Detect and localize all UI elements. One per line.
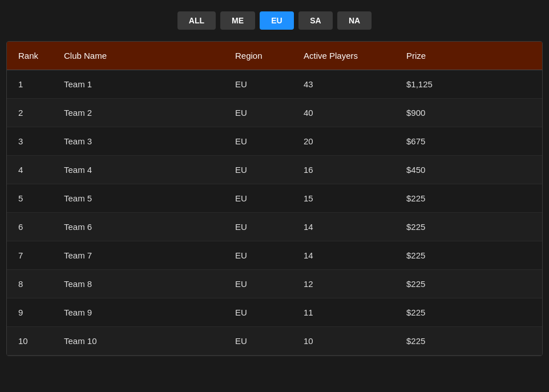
cell-rank: 4 — [7, 156, 53, 184]
table-row: 4Team 4EU16$450 — [7, 156, 542, 184]
cell-rank: 1 — [7, 70, 53, 99]
filter-btn-sa[interactable]: SA — [298, 11, 333, 30]
cell-club_name: Team 1 — [53, 70, 224, 99]
cell-rank: 6 — [7, 213, 53, 241]
cell-active_players: 11 — [292, 298, 395, 327]
cell-prize: $900 — [395, 99, 542, 127]
header-active-players: Active Players — [292, 42, 395, 70]
header-club-name: Club Name — [53, 42, 224, 70]
cell-prize: $225 — [395, 241, 542, 270]
cell-active_players: 15 — [292, 184, 395, 213]
cell-rank: 3 — [7, 127, 53, 156]
table-header-row: Rank Club Name Region Active Players Pri… — [7, 42, 542, 70]
cell-club_name: Team 5 — [53, 184, 224, 213]
cell-rank: 8 — [7, 270, 53, 298]
cell-active_players: 43 — [292, 70, 395, 99]
cell-active_players: 40 — [292, 99, 395, 127]
table-row: 9Team 9EU11$225 — [7, 298, 542, 327]
cell-club_name: Team 8 — [53, 270, 224, 298]
cell-rank: 10 — [7, 327, 53, 355]
table-row: 10Team 10EU10$225 — [7, 327, 542, 355]
cell-rank: 9 — [7, 298, 53, 327]
cell-region: EU — [224, 241, 292, 270]
cell-prize: $225 — [395, 270, 542, 298]
cell-prize: $675 — [395, 127, 542, 156]
table-row: 8Team 8EU12$225 — [7, 270, 542, 298]
cell-region: EU — [224, 184, 292, 213]
cell-region: EU — [224, 327, 292, 355]
cell-club_name: Team 6 — [53, 213, 224, 241]
cell-prize: $225 — [395, 213, 542, 241]
table-row: 5Team 5EU15$225 — [7, 184, 542, 213]
cell-rank: 7 — [7, 241, 53, 270]
cell-prize: $450 — [395, 156, 542, 184]
filter-bar: ALLMEEUSANA — [177, 11, 372, 30]
table-row: 3Team 3EU20$675 — [7, 127, 542, 156]
cell-club_name: Team 4 — [53, 156, 224, 184]
table-row: 1Team 1EU43$1,125 — [7, 70, 542, 99]
leaderboard-table-container: Rank Club Name Region Active Players Pri… — [6, 41, 543, 356]
filter-btn-eu[interactable]: EU — [260, 11, 294, 30]
cell-club_name: Team 7 — [53, 241, 224, 270]
filter-btn-all[interactable]: ALL — [177, 11, 216, 30]
cell-club_name: Team 10 — [53, 327, 224, 355]
cell-region: EU — [224, 270, 292, 298]
cell-region: EU — [224, 127, 292, 156]
cell-region: EU — [224, 99, 292, 127]
cell-prize: $225 — [395, 184, 542, 213]
header-rank: Rank — [7, 42, 53, 70]
cell-club_name: Team 9 — [53, 298, 224, 327]
cell-club_name: Team 2 — [53, 99, 224, 127]
cell-active_players: 12 — [292, 270, 395, 298]
leaderboard-table: Rank Club Name Region Active Players Pri… — [7, 42, 542, 355]
table-row: 6Team 6EU14$225 — [7, 213, 542, 241]
cell-rank: 2 — [7, 99, 53, 127]
table-row: 7Team 7EU14$225 — [7, 241, 542, 270]
cell-prize: $225 — [395, 327, 542, 355]
cell-prize: $1,125 — [395, 70, 542, 99]
table-row: 2Team 2EU40$900 — [7, 99, 542, 127]
cell-club_name: Team 3 — [53, 127, 224, 156]
cell-active_players: 16 — [292, 156, 395, 184]
cell-prize: $225 — [395, 298, 542, 327]
filter-btn-me[interactable]: ME — [220, 11, 255, 30]
cell-region: EU — [224, 298, 292, 327]
cell-active_players: 20 — [292, 127, 395, 156]
header-prize: Prize — [395, 42, 542, 70]
cell-active_players: 14 — [292, 241, 395, 270]
cell-active_players: 10 — [292, 327, 395, 355]
cell-rank: 5 — [7, 184, 53, 213]
cell-region: EU — [224, 70, 292, 99]
cell-region: EU — [224, 156, 292, 184]
header-region: Region — [224, 42, 292, 70]
cell-region: EU — [224, 213, 292, 241]
filter-btn-na[interactable]: NA — [337, 11, 372, 30]
cell-active_players: 14 — [292, 213, 395, 241]
